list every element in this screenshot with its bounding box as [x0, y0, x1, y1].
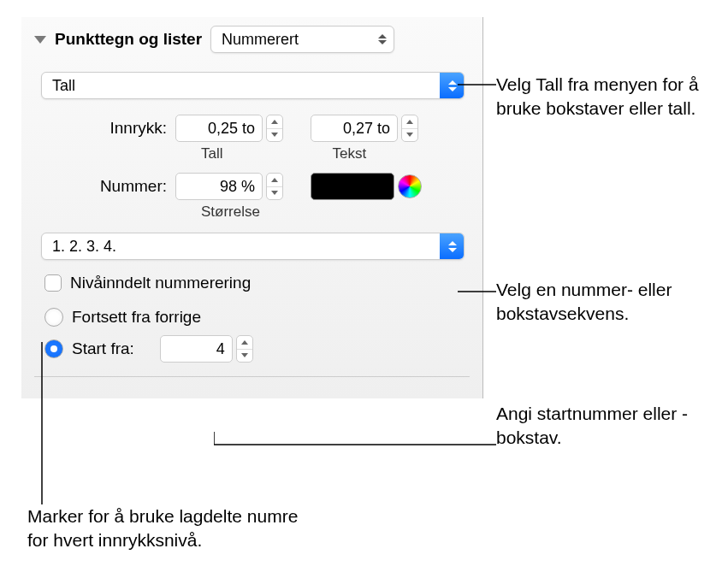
continue-label: Fortsett fra forrige [72, 308, 201, 327]
number-size-input[interactable] [175, 173, 263, 200]
start-from-stepper[interactable] [236, 335, 253, 363]
start-from-input[interactable] [160, 335, 233, 363]
indent-text-stepper[interactable] [401, 115, 418, 142]
tiered-numbering-label: Nivåinndelt nummerering [70, 274, 251, 292]
start-from-radio[interactable] [44, 339, 63, 358]
number-size-group [175, 173, 283, 200]
sequence-dropdown[interactable]: 1. 2. 3. 4. [41, 233, 465, 260]
tiered-numbering-checkbox[interactable] [44, 274, 62, 292]
bullets-lists-panel: Punkttegn og lister Nummerert Tall Innry… [21, 17, 483, 398]
leader-line [214, 432, 496, 457]
continue-radio[interactable] [44, 308, 63, 327]
divider [34, 376, 470, 377]
number-format-dropdown[interactable]: Tall [41, 72, 465, 99]
continue-radio-row: Fortsett fra forrige [34, 308, 470, 327]
indent-number-group [175, 115, 283, 142]
indent-number-sublabel: Tall [201, 145, 223, 162]
indent-label: Innrykk: [68, 119, 167, 138]
chevron-updown-icon [440, 73, 464, 98]
callout-sequence: Velg en nummer- eller bokstavsekvens. [496, 278, 719, 327]
indent-text-sublabel: Tekst [333, 145, 367, 162]
indent-row: Innrykk: [34, 115, 470, 142]
list-style-dropdown[interactable]: Nummerert [210, 26, 394, 53]
number-size-stepper[interactable] [266, 173, 283, 200]
indent-text-input[interactable] [311, 115, 398, 142]
callout-format: Velg Tall fra menyen for å bruke bokstav… [496, 73, 719, 121]
number-sublabels: Størrelse [34, 203, 470, 221]
stepper-down-icon[interactable] [267, 129, 282, 142]
callout-tiered: Marker for å bruke lagdelte numre for hv… [27, 504, 301, 553]
color-swatch[interactable] [311, 173, 394, 200]
chevron-updown-icon [370, 27, 394, 52]
sequence-value: 1. 2. 3. 4. [42, 238, 440, 256]
stepper-down-icon[interactable] [237, 350, 252, 363]
section-title: Punkttegn og lister [55, 30, 202, 49]
stepper-up-icon[interactable] [402, 115, 417, 129]
list-style-value: Nummerert [211, 31, 370, 49]
section-header: Punkttegn og lister Nummerert [34, 26, 470, 53]
callout-start: Angi startnummer eller -bokstav. [496, 402, 727, 451]
stepper-up-icon[interactable] [237, 336, 252, 350]
number-row: Nummer: [34, 173, 470, 200]
stepper-up-icon[interactable] [267, 174, 282, 187]
number-label: Nummer: [68, 177, 167, 196]
chevron-updown-icon [440, 233, 464, 259]
indent-number-stepper[interactable] [266, 115, 283, 142]
disclosure-triangle-icon[interactable] [34, 36, 46, 44]
indent-sublabels: Tall Tekst [34, 145, 470, 162]
stepper-down-icon[interactable] [267, 187, 282, 200]
stepper-down-icon[interactable] [402, 129, 417, 142]
stepper-up-icon[interactable] [267, 115, 282, 129]
tiered-numbering-row: Nivåinndelt nummerering [34, 274, 470, 292]
start-from-label: Start fra: [72, 339, 134, 358]
start-from-radio-row: Start fra: [34, 335, 470, 363]
color-wheel-icon[interactable] [398, 174, 422, 198]
indent-number-input[interactable] [175, 115, 263, 142]
indent-text-group [311, 115, 418, 142]
start-from-group [160, 335, 253, 363]
number-format-value: Tall [42, 77, 440, 95]
number-size-sublabel: Størrelse [201, 203, 260, 221]
